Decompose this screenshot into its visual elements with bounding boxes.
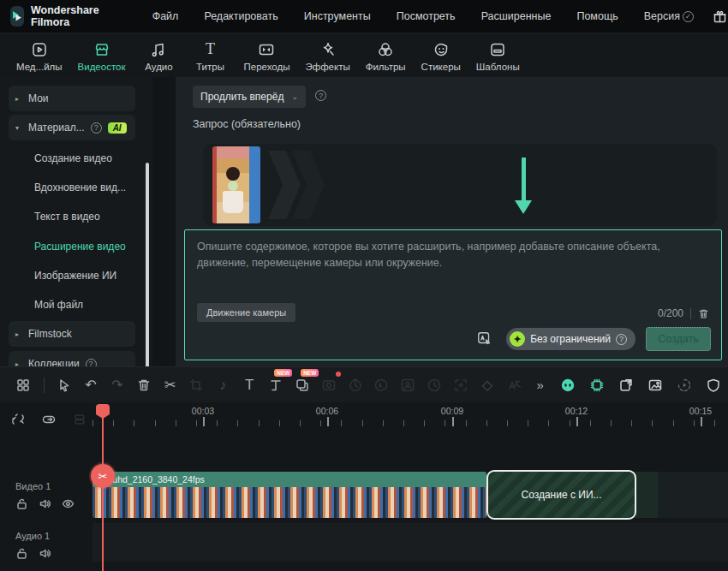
ruler-major-tick — [203, 417, 205, 426]
ruler-major-tick — [701, 417, 702, 426]
ai-image-icon[interactable] — [642, 373, 668, 397]
ai-portrait-icon[interactable] — [397, 373, 420, 397]
menu-help[interactable]: Помощь — [576, 10, 618, 22]
sidebar-item-video-extension[interactable]: Расширение видео — [9, 234, 135, 259]
version-menu[interactable]: Версия ✓ — [644, 10, 694, 22]
sidebar-item-text-to-video[interactable]: Текст в видео — [9, 204, 135, 229]
help-icon[interactable]: ? — [86, 359, 97, 367]
ruler-label: 00:12 — [565, 406, 588, 416]
crop-icon[interactable] — [185, 373, 208, 397]
tab-effects[interactable]: Эффекты — [301, 39, 354, 72]
keyframe-diamond-icon[interactable]: ◇ — [476, 373, 499, 397]
mute-track-icon[interactable] — [39, 547, 51, 560]
playhead-split-button[interactable]: ✂ — [91, 464, 115, 488]
delete-icon[interactable] — [132, 373, 155, 397]
lock-track-icon[interactable] — [15, 497, 28, 510]
mute-track-icon[interactable] — [39, 497, 51, 510]
music-note-icon — [150, 39, 167, 60]
camera-motion-tag[interactable]: Движение камеры — [197, 303, 295, 322]
unlimited-help-icon[interactable]: ? — [616, 334, 627, 345]
ai-generating-clip[interactable]: Создание с ИИ... — [486, 470, 636, 520]
clear-trash-icon[interactable] — [698, 308, 709, 319]
titles-T-icon: T — [206, 39, 215, 60]
shield-icon[interactable] — [701, 373, 726, 397]
divider — [44, 378, 45, 393]
render-preview-icon[interactable] — [671, 373, 697, 397]
filmora-logo-icon — [10, 6, 24, 27]
video-clip[interactable]: 0-uhd_2160_3840_24fps — [92, 472, 486, 518]
collapse-arrow-icon: ▸ — [15, 330, 22, 338]
audio-track-lane[interactable] — [92, 523, 728, 562]
sidebar-group-collections[interactable]: ▸ Коллекции ? — [9, 351, 135, 366]
prompt-section-label: Запрос (обязательно) — [193, 118, 301, 130]
ruler-label: 00:15 — [689, 406, 712, 416]
tab-video-stock[interactable]: Видеосток — [74, 39, 130, 72]
version-check-icon: ✓ — [683, 11, 694, 22]
sidebar-scrollbar[interactable] — [146, 163, 149, 366]
extend-direction-chevron-icon — [268, 151, 301, 219]
sidebar-item-my-file[interactable]: Мой файл — [9, 292, 135, 318]
timeline-ruler[interactable]: 00:03 00:06 00:09 00:12 00:15 — [92, 406, 728, 428]
tab-filters[interactable]: Фильтры — [361, 39, 410, 72]
unlimited-plan-button[interactable]: ✦ Без ограничений ? — [506, 328, 636, 350]
prompt-input-box[interactable]: Опишите содержимое, которое вы хотите ра… — [184, 229, 722, 360]
split-scissors-icon[interactable]: ✂ — [158, 373, 182, 397]
clock-duration-icon[interactable] — [423, 373, 446, 397]
help-icon[interactable]: ? — [91, 122, 102, 134]
more-tools-icon[interactable]: » — [528, 373, 552, 397]
text-tool-icon[interactable]: T — [238, 373, 261, 397]
extend-mode-dropdown[interactable]: Продлить вперёд ⌄ — [193, 86, 306, 108]
ai-copywriting-icon[interactable] — [474, 328, 496, 350]
sidebar-item-video-creation[interactable]: Создание видео — [9, 146, 135, 171]
unlink-clip-icon[interactable] — [5, 407, 31, 431]
select-cursor-icon[interactable] — [53, 373, 76, 397]
lock-track-icon[interactable] — [15, 547, 28, 560]
create-button[interactable]: Создать — [646, 327, 711, 351]
menu-advanced[interactable]: Расширенные — [481, 10, 552, 22]
menu-tools[interactable]: Инструменты — [304, 10, 371, 22]
menu-file[interactable]: Файл — [152, 10, 179, 22]
ai-chip-icon[interactable] — [584, 373, 610, 397]
video-track-lane[interactable]: 0-uhd_2160_3840_24fps Создание с ИИ... — [92, 472, 728, 518]
audio-stretch-icon[interactable]: ♪ — [212, 373, 235, 397]
auto-translate-icon[interactable] — [502, 373, 525, 397]
tab-titles[interactable]: T Титры — [188, 39, 232, 72]
sidebar-group-filmstock[interactable]: ▸ Filmstock — [9, 321, 135, 347]
tab-media-files[interactable]: Мед...йлы — [12, 39, 67, 72]
sidebar-group-materials[interactable]: ▾ Материал... ? AI — [9, 115, 135, 140]
transition-icon — [258, 39, 275, 60]
gift-icon[interactable] — [713, 9, 727, 24]
tab-audio[interactable]: Аудио — [136, 39, 181, 72]
redo-icon[interactable]: ↷ — [105, 373, 128, 397]
sidebar-item-video-inspiration[interactable]: Вдохновение вид... — [9, 175, 135, 200]
undo-icon[interactable]: ↶ — [80, 373, 103, 397]
sidebar-group-my[interactable]: ▸ Мои — [9, 86, 135, 111]
menu-view[interactable]: Посмотреть — [397, 10, 456, 22]
timeline-panel: 00:03 00:06 00:09 00:12 00:15 Видео 1 Ау… — [0, 402, 728, 571]
scissors-icon: ✂ — [98, 470, 108, 483]
color-palette-ai-icon[interactable] — [370, 373, 393, 397]
mode-help-icon[interactable]: ? — [315, 90, 326, 101]
link-clip-icon[interactable] — [36, 407, 62, 431]
speed-timer-icon[interactable] — [343, 373, 367, 397]
focus-add-icon[interactable] — [450, 373, 473, 397]
tab-stickers[interactable]: Стикеры — [417, 39, 465, 72]
source-frame-thumbnail[interactable] — [212, 146, 260, 223]
tab-templates[interactable]: Шаблоны — [472, 39, 524, 72]
tutorial-down-arrow-icon — [522, 158, 526, 202]
marker-icon[interactable] — [67, 407, 92, 431]
ai-copilot-robot-icon[interactable] — [555, 373, 581, 397]
menu-bar: Файл Редактировать Инструменты Посмотрет… — [152, 10, 618, 22]
export-clip-icon[interactable] — [613, 373, 639, 397]
screen-record-icon[interactable] — [317, 373, 340, 397]
copy-paste-icon[interactable]: NEW — [290, 373, 313, 397]
smart-subtitle-icon[interactable]: NEW — [265, 373, 288, 397]
sidebar-item-ai-image[interactable]: Изображение ИИ — [9, 263, 135, 288]
source-frame-strip — [203, 144, 717, 226]
playhead-line[interactable] — [102, 405, 104, 571]
app-title: Wondershare Filmora — [31, 4, 99, 28]
workspace-grid-icon[interactable] — [12, 373, 35, 397]
tab-transitions[interactable]: Переходы — [239, 39, 294, 72]
hide-track-eye-icon[interactable] — [62, 497, 75, 510]
menu-edit[interactable]: Редактировать — [204, 10, 277, 22]
